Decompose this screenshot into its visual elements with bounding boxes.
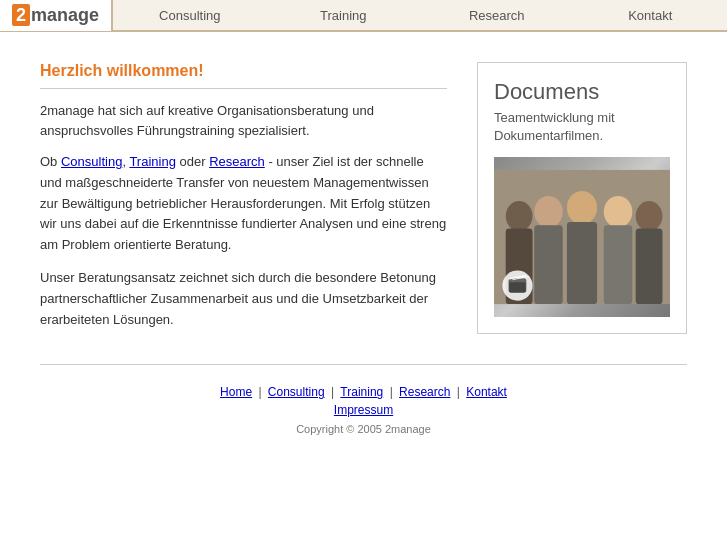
nav: Consulting Training Research Kontakt <box>113 0 727 30</box>
title-divider <box>40 88 447 89</box>
footer-separator-3: | <box>390 385 396 399</box>
footer-link-home[interactable]: Home <box>220 385 252 399</box>
footer-separator-1: | <box>258 385 264 399</box>
footer-link-consulting[interactable]: Consulting <box>268 385 325 399</box>
left-content: Herzlich willkommen! 2manage hat sich au… <box>40 62 447 334</box>
people-illustration <box>494 157 670 317</box>
nav-training[interactable]: Training <box>267 0 420 30</box>
main-content: Herzlich willkommen! 2manage hat sich au… <box>0 32 727 354</box>
links-mid2: oder <box>176 154 209 169</box>
footer-links: Home | Consulting | Training | Research … <box>40 385 687 399</box>
logo[interactable]: 2manage <box>12 5 99 26</box>
logo-number: 2 <box>12 4 30 26</box>
nav-kontakt[interactable]: Kontakt <box>574 0 727 30</box>
footer-link-research[interactable]: Research <box>399 385 450 399</box>
link-training[interactable]: Training <box>129 154 175 169</box>
team-photo <box>494 157 670 317</box>
links-paragraph: Ob Consulting, Training oder Research - … <box>40 152 447 256</box>
footer: Home | Consulting | Training | Research … <box>0 375 727 455</box>
link-consulting[interactable]: Consulting <box>61 154 122 169</box>
footer-link-training[interactable]: Training <box>340 385 383 399</box>
documens-subtitle: Teamentwicklung mit Dokumentarfilmen. <box>494 109 670 145</box>
link-research[interactable]: Research <box>209 154 265 169</box>
nav-consulting[interactable]: Consulting <box>113 0 266 30</box>
intro-text: 2manage hat sich auf kreative Organisati… <box>40 101 447 140</box>
footer-divider <box>40 364 687 365</box>
approach-text: Unser Beratungsansatz zeichnet sich durc… <box>40 268 447 330</box>
nav-research[interactable]: Research <box>420 0 573 30</box>
header: 2manage Consulting Training Research Kon… <box>0 0 727 32</box>
footer-separator-2: | <box>331 385 337 399</box>
right-panel: Documens Teamentwicklung mit Dokumentarf… <box>477 62 687 334</box>
logo-word: manage <box>31 5 99 25</box>
svg-rect-15 <box>509 279 526 282</box>
impressum-anchor[interactable]: Impressum <box>334 403 393 417</box>
footer-separator-4: | <box>457 385 463 399</box>
copyright-text: Copyright © 2005 2manage <box>40 423 687 435</box>
documens-title: Documens <box>494 79 670 105</box>
footer-link-kontakt[interactable]: Kontakt <box>466 385 507 399</box>
logo-area: 2manage <box>0 0 113 31</box>
links-pre: Ob <box>40 154 61 169</box>
impressum-link: Impressum <box>40 403 687 417</box>
welcome-title: Herzlich willkommen! <box>40 62 447 80</box>
